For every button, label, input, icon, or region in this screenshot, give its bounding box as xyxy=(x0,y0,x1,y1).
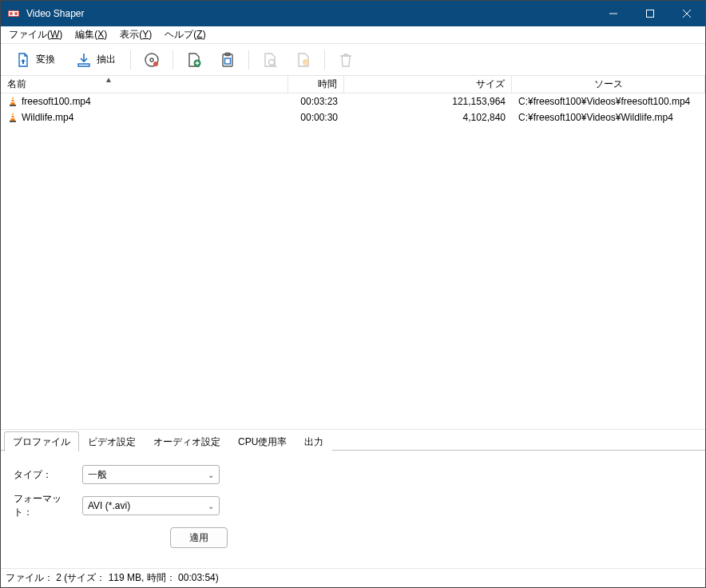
add-file-icon xyxy=(186,52,202,68)
trash-icon xyxy=(338,52,354,68)
convert-button[interactable]: 変換 xyxy=(6,49,65,71)
toolbar-separator xyxy=(130,50,131,70)
column-source[interactable]: ソース xyxy=(512,76,705,93)
extract-icon xyxy=(76,52,92,68)
file-info-icon: i xyxy=(295,52,311,68)
preview-icon xyxy=(262,52,278,68)
menu-help[interactable]: ヘルプ(Z) xyxy=(158,26,212,43)
status-text: ファイル： 2 (サイズ： 119 MB, 時間： 00:03:54) xyxy=(6,571,219,585)
format-select[interactable]: AVI (*.avi) ⌄ xyxy=(82,496,220,515)
svg-rect-5 xyxy=(647,10,654,18)
extract-label: 抽出 xyxy=(97,53,116,66)
window-title: Video Shaper xyxy=(26,8,85,19)
statusbar: ファイル： 2 (サイズ： 119 MB, 時間： 00:03:54) xyxy=(1,568,705,587)
menu-edit[interactable]: 編集(X) xyxy=(69,26,113,43)
file-list[interactable]: freesoft100.mp4 00:03:23 121,153,964 C:¥… xyxy=(1,93,705,429)
column-time[interactable]: 時間 xyxy=(288,76,344,93)
file-info-button[interactable]: i xyxy=(288,49,319,71)
preview-button[interactable] xyxy=(254,49,286,71)
titlebar: Video Shaper xyxy=(1,1,705,26)
media-file-icon xyxy=(7,112,18,123)
burn-disc-button[interactable] xyxy=(136,49,168,71)
format-label: フォーマット： xyxy=(14,492,76,519)
svg-rect-24 xyxy=(10,121,16,122)
svg-rect-22 xyxy=(11,101,14,102)
column-name[interactable]: 名前 xyxy=(1,76,288,93)
svg-point-10 xyxy=(153,62,158,66)
svg-rect-25 xyxy=(12,115,14,116)
tab-output[interactable]: 出力 xyxy=(295,431,332,451)
type-select[interactable]: 一般 ⌄ xyxy=(82,465,220,484)
type-label: タイプ： xyxy=(14,468,76,482)
disc-icon xyxy=(144,52,160,68)
svg-point-15 xyxy=(269,59,275,65)
menubar: ファイル(W) 編集(X) 表示(Y) ヘルプ(Z) xyxy=(1,26,705,44)
svg-point-2 xyxy=(10,12,13,15)
type-value: 一般 xyxy=(88,468,107,482)
add-file-button[interactable] xyxy=(178,49,210,71)
file-source: C:¥freesoft100¥Videos¥freesoft100.mp4 xyxy=(512,96,705,107)
svg-marker-23 xyxy=(10,113,15,121)
column-size[interactable]: サイズ xyxy=(344,76,512,93)
tab-audio[interactable]: オーディオ設定 xyxy=(145,431,229,451)
maximize-button[interactable] xyxy=(632,1,668,26)
file-name: freesoft100.mp4 xyxy=(22,96,91,107)
tab-cpu[interactable]: CPU使用率 xyxy=(229,431,295,451)
file-size: 121,153,964 xyxy=(344,96,512,107)
table-row[interactable]: Wildlife.mp4 00:00:30 4,102,840 C:¥frees… xyxy=(1,109,705,125)
tabs: プロファイル ビデオ設定 オーディオ設定 CPU使用率 出力 xyxy=(1,430,705,451)
paste-button[interactable] xyxy=(212,49,244,71)
sort-indicator-icon: ▲ xyxy=(105,75,113,84)
svg-text:i: i xyxy=(305,61,306,66)
convert-icon xyxy=(15,52,31,68)
toolbar-separator xyxy=(248,50,249,70)
menu-view[interactable]: 表示(Y) xyxy=(113,26,158,43)
svg-rect-21 xyxy=(12,99,14,100)
app-icon xyxy=(7,7,20,20)
file-time: 00:00:30 xyxy=(288,112,344,123)
svg-rect-26 xyxy=(11,117,14,118)
svg-rect-20 xyxy=(10,105,16,106)
svg-rect-14 xyxy=(225,58,231,64)
file-time: 00:03:23 xyxy=(288,96,344,107)
extract-button[interactable]: 抽出 xyxy=(66,49,125,71)
tab-video[interactable]: ビデオ設定 xyxy=(79,431,145,451)
svg-rect-12 xyxy=(223,54,232,66)
apply-button[interactable]: 適用 xyxy=(170,527,228,548)
file-name: Wildlife.mp4 xyxy=(22,112,73,123)
svg-point-3 xyxy=(14,12,18,15)
table-row[interactable]: freesoft100.mp4 00:03:23 121,153,964 C:¥… xyxy=(1,93,705,109)
column-header: ▲ 名前 時間 サイズ ソース xyxy=(1,76,705,93)
tab-body-profile: タイプ： 一般 ⌄ フォーマット： AVI (*.avi) ⌄ 適用 xyxy=(1,451,705,568)
tab-profile[interactable]: プロファイル xyxy=(4,431,79,451)
file-source: C:¥freesoft100¥Videos¥Wildlife.mp4 xyxy=(512,112,705,123)
clipboard-icon xyxy=(220,52,236,68)
close-button[interactable] xyxy=(668,1,705,26)
toolbar: 変換 抽出 i xyxy=(1,44,705,76)
minimize-button[interactable] xyxy=(595,1,632,26)
format-value: AVI (*.avi) xyxy=(88,500,130,511)
toolbar-separator xyxy=(173,50,173,70)
svg-marker-19 xyxy=(10,97,15,105)
convert-label: 変換 xyxy=(36,53,55,66)
chevron-down-icon: ⌄ xyxy=(208,502,214,511)
file-size: 4,102,840 xyxy=(344,112,512,123)
svg-point-9 xyxy=(150,58,153,62)
media-file-icon xyxy=(7,96,18,107)
delete-button[interactable] xyxy=(330,49,362,71)
menu-file[interactable]: ファイル(W) xyxy=(2,26,69,43)
bottom-panel: プロファイル ビデオ設定 オーディオ設定 CPU使用率 出力 タイプ： 一般 ⌄… xyxy=(1,429,705,568)
toolbar-separator xyxy=(324,50,325,70)
chevron-down-icon: ⌄ xyxy=(208,471,214,479)
